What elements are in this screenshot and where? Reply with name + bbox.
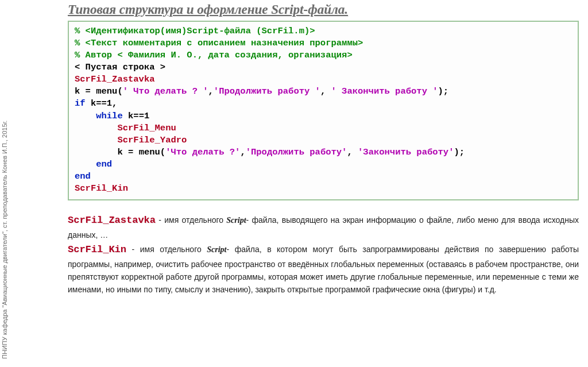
code-line: k = menu(' Что делать ? ','Продолжить ра… bbox=[75, 86, 448, 96]
code-line: % <Идентификатор(имя)Script-файла (ScrFi… bbox=[75, 26, 315, 36]
code-string: ' Что делать ? ' bbox=[123, 86, 208, 96]
code-line: while k==1 bbox=[75, 111, 149, 121]
code-block: % <Идентификатор(имя)Script-файла (ScrFi… bbox=[68, 21, 579, 200]
code-line: end bbox=[75, 171, 91, 181]
code-text: , bbox=[240, 147, 245, 157]
code-line: if k==1, bbox=[75, 98, 117, 109]
code-text: k = menu( bbox=[117, 147, 165, 157]
code-line: % <Текст комментария с описанием назначе… bbox=[75, 38, 363, 48]
code-line: end bbox=[96, 159, 112, 169]
code-line: % Автор < Фамилия И. О., дата создания, … bbox=[75, 50, 353, 60]
code-line: < Пустая строка > bbox=[75, 62, 165, 72]
code-line: ScrFile_Yadro bbox=[117, 135, 187, 145]
script-word: Script bbox=[207, 245, 226, 254]
code-line: ScrFil_Kin bbox=[75, 183, 128, 194]
code-string: 'Что делать ?' bbox=[165, 147, 240, 157]
desc-paragraph: ScrFil_Zastavka - имя отдельного Script-… bbox=[68, 213, 579, 241]
desc-paragraph: ScrFil_Kin - имя отдельного Script- файл… bbox=[68, 242, 579, 296]
script-word: Script bbox=[226, 216, 246, 225]
term-kin: ScrFil_Kin bbox=[68, 244, 126, 255]
code-text: ); bbox=[438, 86, 449, 96]
code-string: 'Продолжить работу' bbox=[246, 147, 347, 157]
code-keyword: while bbox=[96, 111, 123, 121]
desc-text: - имя отдельного bbox=[126, 245, 207, 254]
code-text: , bbox=[208, 86, 214, 96]
main-content: Типовая структура и оформление Script-фа… bbox=[68, 2, 579, 297]
code-string: 'Продолжить работу ' bbox=[214, 86, 320, 96]
sidebar-credit: ПНИПУ кафедра "Авиационные двигатели", с… bbox=[1, 121, 8, 359]
code-string: ' Закончить работу ' bbox=[331, 86, 438, 96]
code-text: , bbox=[347, 147, 358, 157]
desc-text: - имя отдельного bbox=[156, 215, 226, 225]
code-string: 'Закончить работу' bbox=[358, 147, 454, 157]
term-zastavka: ScrFil_Zastavka bbox=[68, 215, 156, 226]
code-text: k==1 bbox=[123, 111, 150, 121]
code-text: , bbox=[320, 86, 331, 96]
code-text: k==1, bbox=[86, 98, 118, 109]
code-line: ScrFil_Menu bbox=[117, 123, 176, 133]
description-block: ScrFil_Zastavka - имя отдельного Script-… bbox=[68, 213, 579, 296]
code-keyword: if bbox=[75, 98, 86, 109]
code-text: k = menu( bbox=[75, 86, 123, 96]
page-title: Типовая структура и оформление Script-фа… bbox=[68, 2, 579, 17]
code-line: k = menu('Что делать ?','Продолжить рабо… bbox=[75, 147, 465, 157]
code-text: ); bbox=[454, 147, 465, 157]
code-line: ScrFil_Zastavka bbox=[75, 74, 155, 84]
